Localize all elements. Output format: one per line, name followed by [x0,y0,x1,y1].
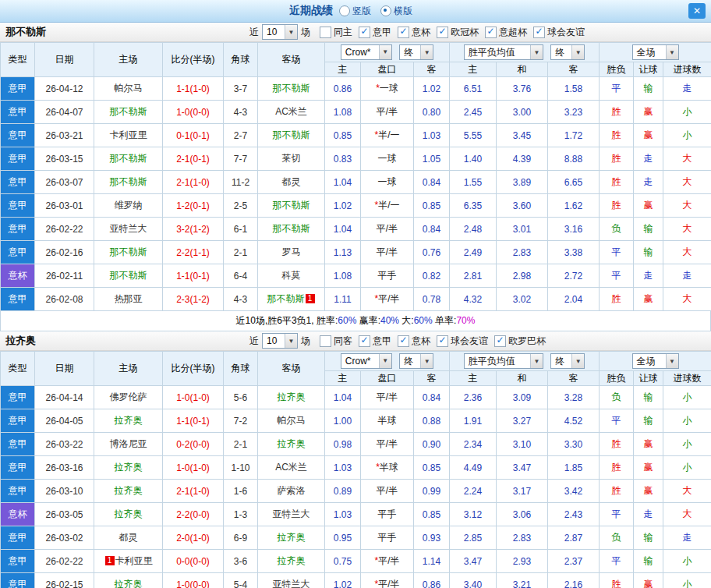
radio-selected-icon [380,5,391,16]
lazio-matches-table: 类型 日期 主场 比分(半场) 角球 客场 Crow* ▼ 终 ▼ [0,351,711,588]
col-handicap-result: 让球 [634,371,663,386]
col-away: 客场 [258,43,325,77]
handicap-result-cell: 输 [634,241,663,264]
filter-label: 同客 [334,335,352,348]
handicap-cell: *平/半 [361,550,414,573]
result-cell: 胜 [600,147,634,171]
score-cell: 1-0(0-0) [163,101,224,124]
filter-checkbox[interactable]: ✓意甲 [359,26,391,39]
filter-checkbox[interactable]: ✓意杯 [398,335,430,348]
date-cell: 26-03-15 [35,147,94,171]
filter-checkbox[interactable]: 同客 [320,335,352,348]
scope-select[interactable]: 全场 ▼ [632,44,679,60]
filter-checkbox[interactable]: ✓欧冠杯 [437,26,479,39]
euro-final-select[interactable]: 终 ▼ [550,44,585,60]
asian-away-odds-cell: 0.76 [414,241,450,264]
away-team-cell: 那不勒斯 [258,218,325,241]
close-button[interactable]: ✕ [688,3,706,19]
asian-final-select[interactable]: 终 ▼ [399,44,433,60]
filter-checkbox[interactable]: 同主 [320,26,352,39]
league-cell: 意甲 [1,124,35,147]
asian-home-odds-cell: 1.03 [325,503,361,526]
layout-radio-horizontal[interactable]: 横版 [380,5,412,18]
checkbox-unchecked-icon [320,27,331,38]
radio-horizontal-label: 横版 [394,5,412,18]
checkbox-checked-icon: ✓ [485,27,497,38]
match-row: 意甲26-02-22亚特兰大3-2(1-2)6-1那不勒斯1.04平/半0.84… [1,218,711,241]
euro-draw-odds-cell: 3.01 [497,218,548,241]
asian-odds-group: Crow* ▼ 终 ▼ [325,43,450,62]
asian-away-odds-cell: 0.82 [414,264,450,288]
asian-away-odds-cell: 0.78 [414,288,450,311]
filter-checkbox[interactable]: ✓球会友谊 [437,335,488,348]
team-name: 那不勒斯 [110,270,147,281]
euro-avg-select[interactable]: 胜平负均值 ▼ [464,44,543,60]
euro-away-odds-cell: 1.58 [548,77,600,101]
layout-radio-vertical[interactable]: 竖版 [339,5,371,18]
euro-odds-group: 胜平负均值 ▼ 终 ▼ [450,43,600,62]
competition-filter-list: 同客✓意甲✓意杯✓球会友谊✓欧罗巴杯 [313,335,546,348]
col-home: 主场 [94,352,163,386]
asian-final-select[interactable]: 终 ▼ [399,353,433,369]
goals-result-cell: 大 [663,147,711,171]
handicap-result-cell: 输 [634,550,663,573]
scope-select[interactable]: 全场 ▼ [632,353,679,369]
filter-checkbox[interactable]: ✓意杯 [398,26,430,39]
filter-label: 意超杯 [499,26,527,39]
result-cell: 负 [600,218,634,241]
checkbox-checked-icon: ✓ [359,27,370,38]
euro-away-odds-cell: 8.88 [548,147,600,171]
filter-checkbox[interactable]: ✓欧罗巴杯 [494,335,546,348]
euro-avg-select[interactable]: 胜平负均值 ▼ [464,353,543,369]
asian-away-odds-cell: 0.86 [414,573,450,588]
napoli-summary: 近10场,胜6平3负1, 胜率:60% 赢率:40% 大:60% 单率:70% [0,311,711,331]
bookmaker-select[interactable]: Crow* ▼ [341,44,392,60]
summary-segment: 60% [414,315,433,326]
euro-home-odds-cell: 1.91 [450,409,497,433]
team-name: AC米兰 [275,106,307,117]
away-team-cell: 帕尔马 [258,409,325,433]
goals-result-cell: 大 [663,218,711,241]
bookmaker-select[interactable]: Crow* ▼ [341,353,392,369]
match-row: 意甲26-03-10拉齐奥2-1(1-0)1-6萨索洛0.89平/半0.992.… [1,480,711,503]
euro-home-odds-cell: 4.32 [450,288,497,311]
match-row: 意甲26-03-22博洛尼亚0-2(0-0)2-1拉齐奥0.98平/半0.902… [1,433,711,456]
match-row: 意甲26-02-08热那亚2-3(1-2)4-3那不勒斯11.11*平/半0.7… [1,288,711,311]
handicap-cell: 平/半 [361,433,414,456]
team-name: 萨索洛 [278,485,306,496]
result-cell: 胜 [600,171,634,194]
date-cell: 26-02-16 [35,241,94,264]
home-team-cell: 那不勒斯 [94,241,163,264]
match-count-select[interactable]: 10 ▼ [262,24,298,40]
home-team-cell: 拉齐奥 [94,409,163,433]
euro-away-odds-cell: 3.38 [548,241,600,264]
match-row: 意甲26-03-02都灵2-0(1-0)6-9拉齐奥0.95平手0.932.85… [1,526,711,550]
score-cell: 0-1(0-1) [163,124,224,147]
score-cell: 1-1(0-1) [163,264,224,288]
home-team-cell: 那不勒斯 [94,264,163,288]
handicap-result-cell: 赢 [634,194,663,218]
filter-checkbox[interactable]: ✓意甲 [359,335,391,348]
filter-games-label: 场 [301,335,310,348]
home-team-cell: 那不勒斯 [94,147,163,171]
handicap-result-cell: 输 [634,526,663,550]
team-name: 那不勒斯 [267,293,305,304]
filter-checkbox[interactable]: ✓意超杯 [485,26,527,39]
filter-checkbox[interactable]: ✓球会友谊 [533,26,585,39]
col-asian-home: 主 [325,62,361,77]
euro-away-odds-cell: 2.16 [548,573,600,588]
match-row: 意甲26-03-16拉齐奥1-0(1-0)1-10AC米兰1.03*半球0.85… [1,456,711,480]
filter-label: 欧冠杯 [451,26,479,39]
asian-home-odds-cell: 1.02 [325,194,361,218]
handicap-cell: 平手 [361,264,414,288]
euro-draw-odds-cell: 3.06 [497,503,548,526]
result-cell: 平 [600,77,634,101]
goals-result-cell: 大 [663,194,711,218]
asian-home-odds-cell: 1.08 [325,101,361,124]
euro-away-odds-cell: 3.16 [548,218,600,241]
euro-final-select[interactable]: 终 ▼ [550,353,585,369]
match-count-select[interactable]: 10 ▼ [262,333,298,349]
chevron-down-icon: ▼ [285,25,297,39]
goals-result-cell: 小 [663,550,711,573]
favorite-star: * [374,293,378,304]
